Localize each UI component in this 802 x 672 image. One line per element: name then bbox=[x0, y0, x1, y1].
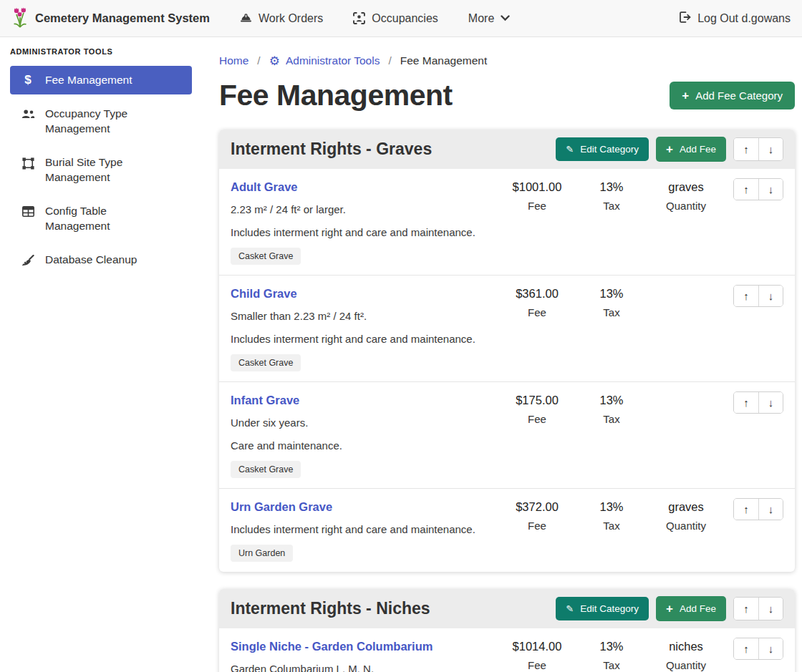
add-fee-button[interactable]: + Add Fee bbox=[656, 137, 726, 162]
chevron-down-icon bbox=[501, 15, 510, 21]
people-icon bbox=[20, 107, 36, 120]
sidebar-item-burial-site-type-management[interactable]: Burial Site Type Management bbox=[10, 148, 192, 192]
add-fee-category-button[interactable]: + Add Fee Category bbox=[670, 82, 795, 109]
move-fee-down-button[interactable]: ↓ bbox=[758, 286, 783, 306]
move-fee-up-button[interactable]: ↑ bbox=[734, 179, 758, 200]
fee-description: Under six years. bbox=[231, 415, 494, 430]
fee-category-card: Interment Rights - Graves ✎ Edit Categor… bbox=[219, 130, 795, 572]
fee-tax-column: 13% Tax bbox=[574, 178, 649, 212]
move-fee-up-button[interactable]: ↑ bbox=[734, 499, 758, 520]
nav-work-orders-label: Work Orders bbox=[259, 12, 323, 25]
fee-tax-column: 13% Tax bbox=[574, 498, 649, 532]
add-fee-category-label: Add Fee Category bbox=[695, 89, 783, 102]
fee-description: Garden Columbarium L, M, N. bbox=[231, 661, 494, 672]
fee-reorder-group: ↑ ↓ bbox=[733, 391, 783, 414]
breadcrumb-separator: / bbox=[388, 54, 391, 67]
nav-work-orders[interactable]: Work Orders bbox=[240, 12, 323, 25]
fee-amount-value: $1014.00 bbox=[500, 640, 574, 653]
gear-icon: ⚙ bbox=[269, 55, 280, 67]
move-category-down-button[interactable]: ↓ bbox=[758, 138, 783, 160]
fee-name-link[interactable]: Urn Garden Grave bbox=[231, 500, 332, 514]
fee-name-link[interactable]: Adult Grave bbox=[231, 180, 298, 194]
fee-type-badge: Urn Garden bbox=[231, 545, 293, 562]
fee-name-link[interactable]: Infant Grave bbox=[231, 394, 299, 407]
edit-category-button[interactable]: ✎ Edit Category bbox=[556, 597, 649, 620]
move-fee-up-button[interactable]: ↑ bbox=[734, 638, 758, 659]
app-title: Cemetery Management System bbox=[35, 11, 210, 25]
fee-reorder-group: ↑ ↓ bbox=[733, 498, 783, 520]
fee-quantity-unit: graves bbox=[649, 500, 723, 514]
app-brand: Cemetery Management System bbox=[11, 6, 210, 31]
move-category-up-button[interactable]: ↑ bbox=[734, 598, 758, 620]
move-fee-up-button[interactable]: ↑ bbox=[734, 392, 758, 413]
fee-amount-value: $361.00 bbox=[500, 287, 574, 301]
fee-tax-label: Tax bbox=[574, 659, 649, 671]
move-fee-up-button[interactable]: ↑ bbox=[734, 286, 758, 306]
fee-quantity-column bbox=[649, 391, 723, 397]
broom-icon bbox=[20, 253, 36, 266]
fee-name-link[interactable]: Single Niche - Garden Columbarium bbox=[231, 640, 433, 653]
add-fee-button[interactable]: + Add Fee bbox=[656, 596, 726, 621]
category-reorder-group: ↑ ↓ bbox=[733, 137, 783, 161]
move-fee-down-button[interactable]: ↓ bbox=[758, 392, 783, 413]
fee-category-title: Interment Rights - Niches bbox=[231, 599, 549, 618]
frame-icon bbox=[20, 156, 36, 170]
breadcrumb-home-link[interactable]: Home bbox=[219, 54, 248, 67]
fee-quantity-unit: graves bbox=[649, 180, 723, 194]
tulip-logo-icon bbox=[11, 6, 29, 31]
fee-tax-label: Tax bbox=[574, 520, 649, 532]
move-fee-down-button[interactable]: ↓ bbox=[758, 638, 783, 659]
plus-icon: + bbox=[666, 143, 673, 155]
fee-row: Single Niche - Garden Columbarium Garden… bbox=[219, 628, 795, 672]
edit-category-label: Edit Category bbox=[580, 603, 639, 614]
add-fee-label: Add Fee bbox=[680, 144, 716, 155]
add-fee-label: Add Fee bbox=[680, 603, 716, 614]
nav-occupancies[interactable]: Occupancies bbox=[353, 12, 438, 25]
sidebar-item-occupancy-type-management[interactable]: Occupancy Type Management bbox=[10, 99, 192, 143]
breadcrumb-admin-tools-link[interactable]: ⚙ Administrator Tools bbox=[269, 54, 380, 67]
move-fee-down-button[interactable]: ↓ bbox=[758, 499, 783, 520]
fee-tax-label: Tax bbox=[574, 200, 649, 212]
breadcrumb-separator: / bbox=[257, 54, 260, 67]
fee-amount-label: Fee bbox=[500, 200, 574, 212]
fee-quantity-label: Quantity bbox=[649, 200, 723, 212]
fee-quantity-column: graves Quantity bbox=[649, 498, 723, 532]
sidebar-menu: $ Fee Management Occupancy Type Manageme… bbox=[10, 66, 192, 275]
fee-quantity-label: Quantity bbox=[649, 659, 723, 671]
fee-amount-value: $1001.00 bbox=[500, 180, 574, 194]
fee-quantity-unit: niches bbox=[649, 640, 723, 653]
fee-name-link[interactable]: Child Grave bbox=[231, 287, 297, 301]
fee-description: Smaller than 2.23 m² / 24 ft². bbox=[231, 308, 494, 323]
fee-quantity-label: Quantity bbox=[649, 520, 723, 532]
logout-button[interactable]: Log Out d.gowans bbox=[679, 11, 791, 26]
fee-description: Care and maintenance. bbox=[231, 438, 494, 453]
plus-icon: + bbox=[682, 89, 689, 102]
fee-category-header: Interment Rights - Graves ✎ Edit Categor… bbox=[219, 130, 795, 169]
fee-tax-value: 13% bbox=[574, 394, 649, 407]
logout-label: Log Out d.gowans bbox=[697, 12, 791, 25]
breadcrumb-home-label: Home bbox=[219, 54, 248, 67]
sidebar-item-fee-management[interactable]: $ Fee Management bbox=[10, 66, 192, 94]
move-category-up-button[interactable]: ↑ bbox=[734, 138, 758, 160]
fee-row: Child Grave Smaller than 2.23 m² / 24 ft… bbox=[219, 276, 795, 382]
fee-description: Includes interment right and care and ma… bbox=[231, 225, 494, 240]
fee-description: Includes interment right and care and ma… bbox=[231, 522, 494, 537]
sidebar-item-database-cleanup[interactable]: Database Cleanup bbox=[10, 245, 192, 274]
nav-more[interactable]: More bbox=[468, 12, 510, 25]
fee-row: Adult Grave 2.23 m² / 24 ft² or larger.I… bbox=[219, 169, 795, 276]
sidebar-item-config-table-management[interactable]: Config Table Management bbox=[10, 197, 192, 240]
nav-more-label: More bbox=[468, 12, 494, 25]
fee-tax-value: 13% bbox=[574, 287, 649, 301]
edit-category-button[interactable]: ✎ Edit Category bbox=[556, 137, 649, 161]
fee-category-list: Interment Rights - Graves ✎ Edit Categor… bbox=[219, 130, 795, 672]
sidebar: ADMINISTRATOR TOOLS $ Fee Management Occ… bbox=[0, 37, 200, 280]
logout-icon bbox=[679, 11, 691, 26]
move-fee-down-button[interactable]: ↓ bbox=[758, 179, 783, 200]
fee-tax-value: 13% bbox=[574, 180, 649, 194]
top-navbar: Cemetery Management System Work Orders bbox=[0, 0, 802, 37]
main-content: Home / ⚙ Administrator Tools / Fee Manag… bbox=[200, 37, 802, 672]
breadcrumb-admin-tools-label: Administrator Tools bbox=[286, 54, 380, 67]
fee-amount-value: $175.00 bbox=[500, 394, 574, 407]
move-category-down-button[interactable]: ↓ bbox=[758, 598, 783, 620]
fee-amount-column: $1001.00 Fee bbox=[500, 178, 574, 212]
